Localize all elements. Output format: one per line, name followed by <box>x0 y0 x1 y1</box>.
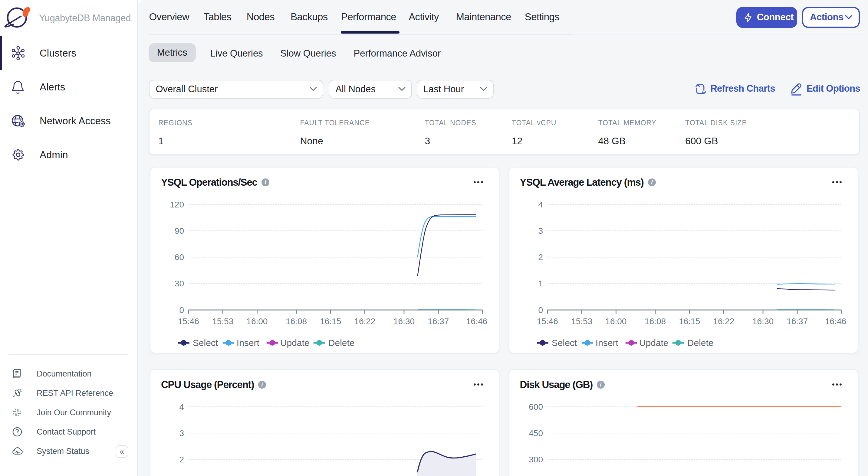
svg-text:16:37: 16:37 <box>786 317 808 326</box>
svg-text:3: 3 <box>538 226 543 236</box>
svg-text:1: 1 <box>538 279 543 288</box>
svg-text:i: i <box>600 381 602 388</box>
svg-text:15:53: 15:53 <box>212 317 234 326</box>
svg-text:90: 90 <box>175 226 184 236</box>
svg-text:16:22: 16:22 <box>354 317 376 326</box>
svg-text:0: 0 <box>538 305 543 315</box>
svg-text:450: 450 <box>529 429 543 438</box>
svg-text:16:37: 16:37 <box>428 317 449 326</box>
svg-text:60: 60 <box>175 252 184 262</box>
svg-text:16:15: 16:15 <box>679 317 700 326</box>
svg-text:Insert: Insert <box>596 338 619 348</box>
svg-text:4: 4 <box>538 200 543 209</box>
svg-text:16:08: 16:08 <box>645 317 666 326</box>
svg-text:120: 120 <box>170 200 184 209</box>
svg-text:16:00: 16:00 <box>605 317 626 326</box>
svg-text:Delete: Delete <box>329 338 355 348</box>
svg-text:Delete: Delete <box>687 338 714 348</box>
svg-text:Insert: Insert <box>237 338 260 348</box>
svg-text:Update: Update <box>280 338 310 348</box>
svg-text:Select: Select <box>552 338 577 348</box>
svg-text:0: 0 <box>180 305 184 315</box>
svg-text:16:30: 16:30 <box>394 317 415 326</box>
svg-text:16:08: 16:08 <box>286 317 307 326</box>
svg-text:16:46: 16:46 <box>466 317 487 326</box>
svg-text:600: 600 <box>529 402 543 412</box>
svg-text:Select: Select <box>193 338 218 348</box>
svg-text:300: 300 <box>529 455 543 464</box>
svg-text:3: 3 <box>180 429 184 438</box>
svg-text:16:46: 16:46 <box>825 317 846 326</box>
svg-text:15:53: 15:53 <box>571 317 592 326</box>
svg-text:30: 30 <box>175 279 184 288</box>
svg-text:i: i <box>261 381 263 388</box>
svg-text:i: i <box>265 179 266 185</box>
svg-text:Update: Update <box>639 338 669 348</box>
svg-text:16:00: 16:00 <box>247 317 268 326</box>
svg-text:4: 4 <box>180 402 184 412</box>
svg-text:16:15: 16:15 <box>320 317 341 326</box>
svg-text:i: i <box>651 179 653 185</box>
svg-text:2: 2 <box>538 252 543 262</box>
svg-text:15:46: 15:46 <box>537 317 558 326</box>
svg-text:16:22: 16:22 <box>713 317 734 326</box>
svg-text:2: 2 <box>180 455 184 464</box>
svg-text:15:46: 15:46 <box>178 317 199 326</box>
svg-text:16:30: 16:30 <box>752 317 774 326</box>
